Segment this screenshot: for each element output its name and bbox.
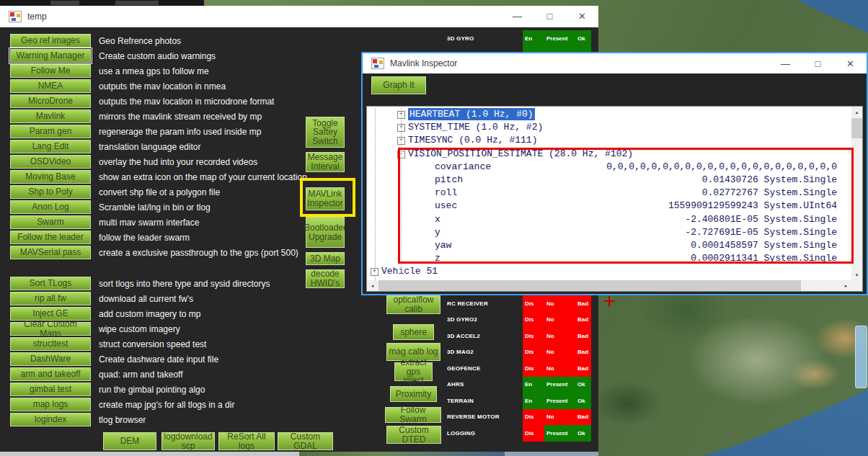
- tree-row-label: roll: [435, 187, 457, 198]
- app-icon: [371, 58, 384, 69]
- dem-button[interactable]: DEM: [103, 432, 156, 450]
- status-health-cell: Bad: [575, 360, 591, 377]
- tree-row[interactable]: +SYSTEM_TIME (1.0 Hz, #2): [367, 121, 851, 134]
- tool-button[interactable]: Param gen: [10, 125, 91, 138]
- tool-description: multi mav swarm interface: [99, 218, 199, 228]
- sphere-button[interactable]: sphere: [393, 324, 434, 340]
- tree-row[interactable]: -VISION_POSITION_ESTIMATE (28.0 Hz, #102…: [367, 148, 851, 161]
- 3d-map-button[interactable]: 3D Map: [306, 252, 345, 265]
- tool-button[interactable]: structtest: [10, 337, 91, 351]
- custom-dted-button[interactable]: Custom DTED: [386, 426, 441, 444]
- tool-button[interactable]: Mavlink: [10, 109, 91, 123]
- tool-button[interactable]: map logs: [10, 398, 91, 411]
- tool-button[interactable]: Sort TLogs: [10, 277, 91, 290]
- tool-button[interactable]: Clear Custom Maps: [10, 322, 91, 336]
- message-interval-button[interactable]: Message Interval: [306, 152, 345, 172]
- tool-button[interactable]: gimbal test: [10, 383, 91, 396]
- tool-button[interactable]: Moving Base: [10, 170, 91, 184]
- opticalflow-calib-button[interactable]: opticalflow calib: [386, 295, 440, 314]
- vertical-scroll-thumb[interactable]: [851, 118, 862, 138]
- minimize-icon[interactable]: —: [501, 11, 533, 22]
- tree-row-value: -2.727691E-05 System.Single: [685, 226, 837, 239]
- horizontal-scrollbar[interactable]: ◄ ►: [367, 280, 851, 291]
- tree-row[interactable]: y -2.727691E-05 System.Single: [367, 226, 851, 239]
- scroll-right-icon[interactable]: ►: [841, 280, 851, 291]
- tool-button[interactable]: Follow the leader: [10, 231, 91, 244]
- tool-button[interactable]: Follow Me: [10, 64, 91, 78]
- tree-row[interactable]: +Vehicle 51: [367, 265, 851, 278]
- tree-row[interactable]: covariance 0,0,0,0,0,0,0,0,0,0,0,0,0,0,0…: [367, 161, 851, 174]
- tool-button[interactable]: Lang Edit: [10, 140, 91, 153]
- scroll-up-icon[interactable]: ▲: [851, 107, 862, 117]
- tool-button[interactable]: rip all fw: [10, 292, 91, 305]
- tree-row[interactable]: x -2.406801E-05 System.Single: [367, 213, 851, 226]
- mavlink-tree: +HEARTBEAT (1.0 Hz, #0) +SYSTEM_TIME (1.…: [367, 108, 851, 280]
- tree-row[interactable]: +HEARTBEAT (1.0 Hz, #0): [367, 108, 851, 121]
- resort-all-logs-button[interactable]: ReSort All logs: [218, 432, 275, 450]
- close-icon[interactable]: ✕: [566, 11, 598, 22]
- follow-swarm-button[interactable]: Follow Swarm: [385, 407, 441, 423]
- tree-row-label: yaw: [435, 240, 451, 251]
- map-zoom-control[interactable]: [855, 326, 867, 388]
- tool-row: Param gen regenerage the param info used…: [10, 124, 309, 139]
- tool-button[interactable]: OSDVideo: [10, 155, 91, 169]
- mavlink-inspector-button[interactable]: MAVLink Inspector: [306, 187, 345, 210]
- tree-expander-icon[interactable]: +: [397, 137, 405, 145]
- tool-button[interactable]: arm and takeoff: [10, 367, 91, 381]
- tree-row[interactable]: z 0.0002911341 System.Single: [367, 252, 851, 265]
- tool-button[interactable]: Warning Manager: [10, 49, 91, 63]
- tool-button[interactable]: NMEA: [10, 79, 91, 93]
- tool-button[interactable]: logindex: [10, 413, 91, 426]
- bootloader-upgrade-button[interactable]: Bootloader Upgrade: [306, 217, 345, 248]
- map-crosshair-icon: [604, 296, 615, 307]
- status-row: GEOFENCE Dis No Bad: [446, 360, 591, 377]
- proximity-button[interactable]: Proximity: [390, 386, 437, 402]
- logdownload-scp-button[interactable]: logdownload scp: [161, 432, 215, 450]
- tool-button[interactable]: Anon Log: [10, 200, 91, 214]
- tree-expander-icon[interactable]: +: [371, 268, 378, 276]
- status-present-cell: No: [544, 409, 575, 426]
- tool-description: translation language editor: [99, 142, 200, 152]
- status-row: RC RECEIVER Dis No Bad: [446, 295, 591, 312]
- tree-row-label: VISION_POSITION_ESTIMATE (28.0 Hz, #102): [408, 148, 633, 159]
- maximize-icon[interactable]: □: [533, 11, 566, 22]
- tree-expander-icon[interactable]: -: [397, 151, 405, 158]
- vertical-scrollbar[interactable]: ▲ ▼: [851, 107, 862, 280]
- tree-row[interactable]: yaw 0.0001458597 System.Single: [367, 239, 851, 252]
- horizontal-scroll-thumb[interactable]: [378, 280, 801, 291]
- decode-hwids-button[interactable]: decode HWID's: [306, 269, 345, 288]
- tool-button[interactable]: DashWare: [10, 352, 91, 366]
- temp-titlebar[interactable]: temp — □ ✕: [0, 6, 598, 27]
- tree-expander-icon[interactable]: +: [397, 111, 405, 119]
- tree-row[interactable]: usec 1559909129599243 System.UInt64: [367, 200, 851, 213]
- tool-button[interactable]: Geo ref images: [10, 34, 91, 48]
- tool-row: MAVSerial pass create a exclusive passth…: [10, 245, 309, 260]
- tool-row: map logs create map jpg's for all tlogs …: [10, 397, 270, 412]
- custom-gdal-button[interactable]: Custom GDAL: [278, 432, 333, 450]
- close-icon[interactable]: ✕: [834, 58, 867, 69]
- extract-gps-inject-button[interactable]: extract gps inject: [394, 362, 433, 381]
- tool-button[interactable]: Shp to Poly: [10, 185, 91, 199]
- tree-row[interactable]: roll 0.02772767 System.Single: [367, 187, 851, 200]
- tool-row: Shp to Poly convert shp file ot a polygo…: [10, 184, 309, 200]
- tool-description: show an extra icon on the map of your cu…: [99, 172, 309, 182]
- minimize-icon[interactable]: —: [769, 58, 802, 69]
- graph-it-button[interactable]: Graph It: [371, 76, 426, 94]
- scroll-left-icon[interactable]: ◄: [367, 280, 378, 291]
- inspector-titlebar[interactable]: Mavlink Inspector — □ ✕: [363, 53, 867, 73]
- tree-row[interactable]: pitch 0.01430726 System.Single: [367, 174, 851, 187]
- tool-button[interactable]: MAVSerial pass: [10, 246, 91, 259]
- toggle-safety-switch-button[interactable]: Toggle Saftey Switch: [306, 117, 345, 148]
- tool-button[interactable]: Swarm: [10, 215, 91, 229]
- scroll-down-icon[interactable]: ▼: [851, 269, 862, 280]
- tree-row-value: 1559909129599243 System.UInt64: [668, 200, 837, 213]
- inspector-window-title: Mavlink Inspector: [390, 58, 457, 68]
- tree-row-value: -2.406801E-05 System.Single: [685, 213, 837, 226]
- tool-button[interactable]: MicroDrone: [10, 94, 91, 108]
- tool-row: Clear Custom Maps wipe custom imagery: [10, 321, 270, 336]
- tree-expander-icon[interactable]: +: [397, 124, 405, 132]
- maximize-icon[interactable]: □: [802, 58, 834, 69]
- tree-row[interactable]: +TIMESYNC (0.0 Hz, #111): [367, 134, 851, 147]
- tool-description: wipe custom imagery: [99, 324, 180, 334]
- status-label: TERRAIN: [446, 393, 523, 409]
